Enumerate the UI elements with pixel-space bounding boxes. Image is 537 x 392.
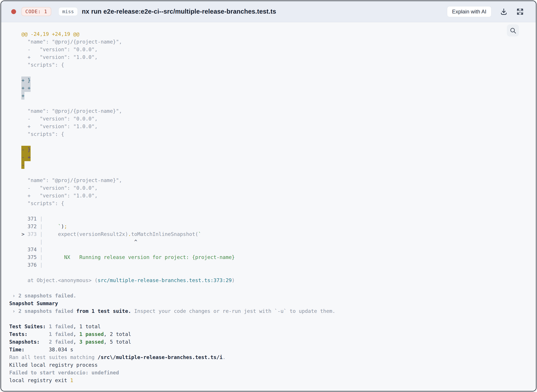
terminal-segment <box>9 77 21 83</box>
explain-with-ai-button[interactable]: Explain with AI <box>447 6 491 17</box>
terminal-segment: 376 <box>9 262 40 268</box>
terminal-line: Time: 38.034 s <box>9 346 527 354</box>
terminal-segment: - "version": "0.0.0", <box>9 185 98 191</box>
terminal-segment: + "version": "1.0.0", <box>9 124 98 129</box>
search-button[interactable] <box>507 24 519 37</box>
terminal-line: Failed to start verdaccio: undefined <box>9 369 527 377</box>
terminal-segment: + + <box>21 84 31 92</box>
terminal-segment: 1 failed <box>49 331 73 337</box>
terminal-line <box>9 284 527 292</box>
terminal-line: 371 | <box>9 215 527 223</box>
terminal-segment: - <box>21 161 24 169</box>
terminal-segment: ` <box>58 224 61 229</box>
terminal-segment <box>9 154 21 160</box>
terminal-segment: | <box>40 247 43 252</box>
terminal-segment: | <box>40 239 43 245</box>
terminal-line: › 2 snapshots failed. <box>9 292 527 300</box>
terminal-line <box>9 138 527 146</box>
terminal-segment: "scripts": { <box>9 62 64 68</box>
terminal-segment: Inspect your code changes or re-run jest… <box>131 308 335 314</box>
terminal-segment: toMatchInlineSnapshot( <box>131 231 198 237</box>
terminal-segment: ) <box>61 224 64 229</box>
terminal-segment: | <box>40 254 43 260</box>
terminal-line: 372 | `); <box>9 223 527 230</box>
terminal-segment: 372 <box>9 224 40 229</box>
download-button[interactable] <box>500 8 508 16</box>
terminal-line: "name": "@proj/{project-name}", <box>9 177 527 184</box>
terminal-segment: 374 <box>9 247 40 252</box>
terminal-segment: . <box>128 231 131 237</box>
terminal-line: at Object.<anonymous> (src/multiple-rele… <box>9 277 527 284</box>
terminal-segment: + "version": "1.0.0", <box>9 193 98 199</box>
terminal-line: Killed local registry process <box>9 361 527 369</box>
terminal-segment: | <box>40 224 43 229</box>
terminal-line: - <box>9 161 527 169</box>
terminal-segment: ; <box>64 224 67 229</box>
terminal-segment: + "version": "1.0.0", <box>9 54 98 60</box>
terminal-segment: Time: <box>9 347 49 352</box>
terminal-segment: ` <box>198 231 201 237</box>
terminal-segment: 2 failed <box>49 339 73 345</box>
terminal-line <box>9 100 527 107</box>
terminal-line <box>9 69 527 76</box>
terminal-segment: 1 passed <box>80 331 104 337</box>
terminal-segment: "name": "@proj/{project-name}", <box>9 177 122 183</box>
terminal-line: - "version": "0.0.0", <box>9 46 527 53</box>
terminal-segment: + <box>21 92 24 100</box>
terminal-line: 375 | NX Running release version for pro… <box>9 253 527 261</box>
terminal-line: Test Suites: 1 failed, 1 total <box>9 323 527 331</box>
terminal-segment: Test Suites: <box>9 324 49 329</box>
terminal-segment: 371 <box>9 216 40 222</box>
terminal-segment: Snapshots: <box>9 339 49 345</box>
terminal-segment <box>43 224 58 229</box>
terminal-segment: > <box>9 231 28 237</box>
terminal-segment: , 2 total <box>104 331 131 337</box>
terminal-segment: NX Running release version for project: … <box>43 254 235 260</box>
terminal-segment: . <box>223 355 226 360</box>
terminal-line <box>9 315 527 323</box>
download-icon <box>500 8 508 16</box>
terminal-segment: - "version": "0.0.0", <box>9 116 98 121</box>
terminal-segment: › 2 snapshots failed <box>9 308 73 314</box>
terminal-line: + "version": "1.0.0", <box>9 123 527 130</box>
terminal-segment <box>9 85 21 91</box>
terminal-line: Snapshot Summary <box>9 300 527 307</box>
terminal-line: "scripts": { <box>9 61 527 69</box>
terminal-segment: | <box>40 231 43 237</box>
terminal-segment: 1 failed <box>49 324 73 329</box>
terminal-segment: src/multiple-release-branches.test.ts:37… <box>98 277 232 283</box>
terminal-line: Tests: 1 failed, 1 passed, 2 total <box>9 331 527 338</box>
terminal-panel[interactable]: @@ -24,19 +24,19 @@ "name": "@proj/{proj… <box>1 22 536 391</box>
terminal-line: "name": "@proj/{project-name}", <box>9 107 527 115</box>
expand-icon <box>516 8 524 16</box>
terminal-segment: /src\/multiple-release-branches.test.ts/… <box>98 355 223 360</box>
terminal-line: - "version": "0.0.0", <box>9 184 527 192</box>
terminal-segment <box>9 162 21 168</box>
terminal-segment: + } <box>21 76 31 84</box>
terminal-line: 376 | <box>9 261 527 269</box>
terminal-line <box>9 169 527 177</box>
terminal-line: > 373 | expect(versionResult2x).toMatchI… <box>9 230 527 238</box>
terminal-segment: @@ -24,19 +24,19 @@ <box>9 31 80 37</box>
terminal-segment: - "version": "0.0.0", <box>9 47 98 52</box>
log-viewer-window: CODE: 1 miss nx run e2e-release:e2e-ci--… <box>0 0 537 392</box>
terminal-segment: | <box>40 216 43 222</box>
terminal-segment: at Object.<anonymous> ( <box>9 277 98 283</box>
terminal-segment <box>9 147 21 152</box>
terminal-segment: ) <box>232 277 235 283</box>
status-dot <box>11 9 16 14</box>
terminal-line: "name": "@proj/{project-name}", <box>9 38 527 46</box>
search-icon <box>509 27 517 34</box>
terminal-line: @@ -24,19 +24,19 @@ <box>9 30 527 38</box>
terminal-segment: 373 <box>28 231 40 237</box>
terminal-segment: 375 <box>9 254 40 260</box>
terminal-line: - } <box>9 146 527 154</box>
terminal-segment: 38.034 s <box>49 347 73 352</box>
terminal-segment: - + <box>21 154 31 161</box>
terminal-line: + "version": "1.0.0", <box>9 192 527 200</box>
terminal-segment: 1 <box>70 378 73 383</box>
terminal-segment: › 2 snapshots failed. <box>9 293 76 299</box>
fullscreen-button[interactable] <box>516 8 524 16</box>
terminal-line <box>9 269 527 277</box>
task-title: nx run e2e-release:e2e-ci--src/multiple-… <box>82 8 276 15</box>
